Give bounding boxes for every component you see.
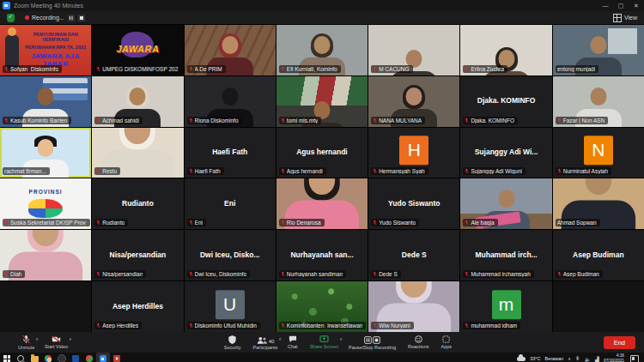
participant-tile[interactable]: Achmad sahidi (92, 76, 183, 127)
participant-name: Diskominfo Ufud Muhidin (195, 323, 257, 329)
chat-button[interactable]: Chat (282, 335, 304, 349)
share-screen-icon (319, 335, 329, 343)
avatar-initial: H (399, 136, 428, 165)
participant-tile[interactable]: Efi Kurniati, Kominfo (276, 25, 368, 75)
reactions-button[interactable]: Reactions (402, 335, 434, 349)
participant-name-label: Muhammad irchamsyah (463, 270, 533, 278)
pause-stop-recording-button[interactable]: Pause/Stop Recording (343, 335, 402, 350)
participant-tile[interactable]: Muhammad irch...Muhammad irchamsyah (460, 230, 551, 281)
file-explorer-button[interactable] (27, 353, 41, 362)
security-label: Security (224, 345, 241, 350)
avatar-initial: U (216, 290, 245, 319)
taskbar-clock[interactable]: 4:16 07/10/2021 (604, 353, 624, 362)
participant-tile[interactable]: tomi mis.mty (276, 76, 368, 127)
start-button[interactable] (0, 353, 14, 362)
participant-tile[interactable]: Sujanggy Adi Wi...Sujanggy Adi Wiguni (460, 128, 551, 178)
participant-tile[interactable]: Dwi Iceu, Disko...Dwi Iceu, Diskominfo (185, 230, 276, 281)
participant-name: M CACUNG (379, 66, 409, 72)
participant-name: Suska Sekretariat DKISP Prov Banten (10, 220, 87, 226)
security-button[interactable]: Security (218, 335, 247, 350)
participant-tile[interactable]: Nurhayanah san...Nurhayanah sandiman (276, 230, 368, 281)
close-button[interactable]: ✕ (629, 3, 644, 9)
zoom-taskbar-button[interactable] (96, 353, 110, 362)
participant-tile[interactable]: Djaka. KOMINFODjaka. KOMINFO (460, 76, 551, 127)
dark-app-button[interactable] (55, 353, 69, 362)
slide-text-line: PERUBAHAN RPA TA. 2021 (22, 45, 88, 50)
dark-app-icon (58, 354, 66, 362)
participants-count-badge: 40 (269, 339, 275, 344)
participant-name: Dwi Iceu, Diskominfo (195, 271, 247, 277)
taskbar-mic-icon[interactable]: 🎙 (575, 356, 580, 361)
weather-desc[interactable]: Berawan (544, 356, 563, 361)
apps-button[interactable]: Apps (434, 335, 458, 349)
mic-muted-icon (96, 118, 100, 124)
participant-tile[interactable]: EniEni (185, 178, 276, 229)
participant-tile[interactable]: Yudo SiswantoYudo Siswanto (368, 178, 459, 229)
end-meeting-button[interactable]: End (604, 336, 635, 349)
participant-tile[interactable]: NNurminatul Asyiah (553, 128, 644, 178)
participant-name: Diah (10, 271, 21, 277)
participant-tile[interactable]: Kominfobanten_irwansetiawan (276, 281, 368, 332)
participant-tile[interactable]: Ale bagja (460, 178, 551, 229)
participant-tile[interactable]: Diah (0, 230, 91, 281)
participant-tile[interactable]: Haefi FathHaefi Fath (185, 128, 276, 178)
participant-tile[interactable]: mmuhammad idham (460, 281, 551, 332)
participant-tile[interactable]: NANA MULYANA (368, 76, 459, 127)
speaker-icon[interactable]: 🔈 (585, 356, 592, 362)
taskbar-overflow-chevron[interactable]: ∧ (568, 356, 571, 361)
weather-cloud-icon[interactable] (517, 357, 526, 361)
participant-tile[interactable]: rachmat firman... (0, 128, 91, 178)
participant-name: Riona Diskominfo (195, 118, 239, 124)
stop-recording-mini-button[interactable] (78, 15, 85, 21)
participant-tile[interactable]: Riona Diskominfo (185, 76, 276, 127)
taskbar-search-button[interactable] (14, 353, 27, 362)
view-button[interactable]: View (613, 14, 637, 22)
participant-tile[interactable]: M CACUNG (368, 25, 459, 75)
participant-tile[interactable]: Agus hernandiAgus hernandi (276, 128, 368, 178)
participant-tile[interactable]: Dede SDede S (368, 230, 459, 281)
participant-tile[interactable]: PENYUSUNAN DAN VERIFIKASIPERUBAHAN RPA T… (0, 25, 91, 75)
pause-recording-icon (364, 336, 372, 344)
participants-label: Participants (253, 345, 278, 350)
minimize-button[interactable]: — (598, 3, 613, 9)
participant-tile[interactable]: A De PRIM (185, 25, 276, 75)
network-icon[interactable]: ▟ (595, 356, 599, 362)
weather-temp[interactable]: 33°C (530, 356, 540, 361)
mic-off-icon (22, 335, 30, 344)
notification-center-icon[interactable] (630, 355, 639, 362)
mic-muted-icon (281, 323, 285, 329)
maximize-button[interactable]: ▢ (613, 3, 629, 9)
participant-tile[interactable]: Asep HerdillesAsep Herdilles (92, 281, 183, 332)
participant-tile[interactable]: Restu (92, 128, 183, 178)
encryption-shield-icon[interactable] (7, 14, 15, 22)
participant-tile[interactable]: HHermansyah Syah (368, 128, 459, 178)
blue-app-button[interactable] (69, 353, 82, 362)
participant-tile[interactable]: Rio Denarosa (276, 178, 368, 229)
participant-tile[interactable]: Asep BudimanAsep Budiman (553, 230, 644, 281)
participant-tile[interactable]: RudiantoRudianto (92, 178, 183, 229)
media-app-button[interactable] (110, 353, 124, 362)
participant-tile[interactable]: Wiw Nuryani (368, 281, 459, 332)
video-options-caret[interactable]: ∧ (69, 336, 72, 341)
participant-name-label: Diah (3, 270, 25, 278)
participant-tile[interactable]: entong munjadi (553, 25, 644, 75)
participant-name: Ale bagja (471, 220, 494, 226)
chrome-button[interactable] (41, 353, 55, 362)
participant-name: tomi mis.mty (287, 118, 318, 124)
participant-name-label: Dwi Iceu, Diskominfo (187, 270, 251, 278)
pause-recording-mini-button[interactable] (68, 15, 75, 21)
participant-tile[interactable]: Ahmad Sopwan (553, 178, 644, 229)
recorder-app-button[interactable] (82, 353, 96, 362)
participant-tile[interactable]: Nisa/persandianNisa/persandian (92, 230, 183, 281)
participant-tile[interactable]: Kasub Kominfo Banten (0, 76, 91, 127)
participant-tile[interactable]: PROVINSISuska Sekretariat DKISP Prov Ban… (0, 178, 91, 229)
participant-name-label: Suska Sekretariat DKISP Prov Banten (3, 219, 90, 226)
share-screen-button[interactable]: Share Screen (304, 335, 345, 349)
participant-tile[interactable]: Erlina Zuchra (460, 25, 551, 75)
participant-tile[interactable]: UDiskominfo Ufud Muhidin (185, 281, 276, 332)
mic-muted-icon (4, 271, 9, 277)
apps-label: Apps (440, 344, 452, 349)
participant-tile[interactable]: JAWARAUMPEG DISKOMINFOSP 2021 (92, 25, 183, 75)
participant-name: Kominfobanten_irwansetiawan (287, 323, 363, 329)
participant-tile[interactable]: Fazar | Non ASN (553, 76, 644, 127)
